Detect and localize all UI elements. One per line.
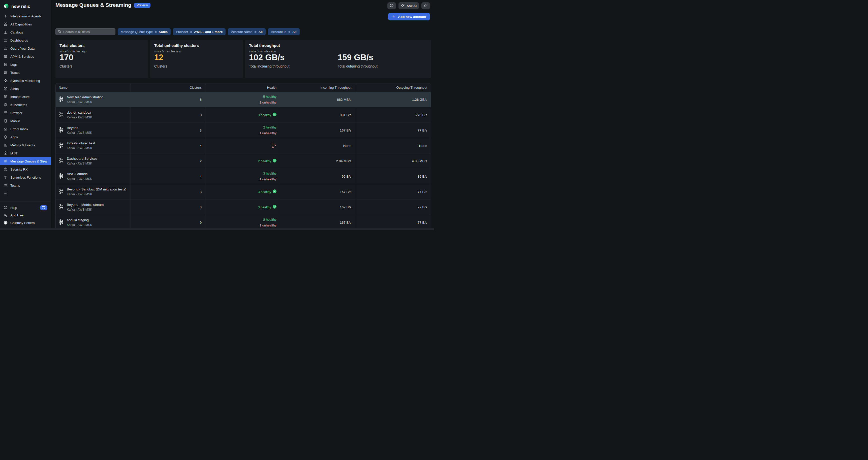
filter-chip-message-queue-type[interactable]: Message Queue Type = Kafka xyxy=(118,28,170,35)
sidebar-item-teams[interactable]: Teams xyxy=(0,182,51,190)
sidebar-item-catalogs[interactable]: Catalogs xyxy=(0,28,51,36)
cluster-provider: Kafka - AWS MSK xyxy=(67,146,95,150)
card-title: Total clusters xyxy=(60,43,144,48)
incoming-throughput: 167 B/s xyxy=(340,129,351,132)
filter-chip-account-id[interactable]: Account Id = All xyxy=(268,28,300,35)
sidebar-item-apps[interactable]: Apps xyxy=(0,133,51,141)
sidebar-item-logs[interactable]: Logs xyxy=(0,61,51,68)
healthy-count: 8 healthy xyxy=(263,218,277,222)
unhealthy-count: 1 unhealthy xyxy=(259,224,277,227)
sidebar-item-browser[interactable]: Browser xyxy=(0,109,51,117)
total-unhealthy-clusters-card: Total unhealthy clusters since 5 minutes… xyxy=(150,40,243,78)
sidebar-item-label: All Capabilities xyxy=(10,23,32,26)
kubernetes-icon xyxy=(3,103,7,107)
sidebar-item-infrastructure[interactable]: Infrastructure xyxy=(0,93,51,101)
sidebar-item-label: Security RX xyxy=(10,167,28,171)
sidebar-item-synthetic-monitoring[interactable]: Synthetic Monitoring xyxy=(0,76,51,85)
help-button[interactable] xyxy=(388,2,396,9)
table-row-aws-lambda[interactable]: AWS LambdaKafka - AWS MSK43 healthy1 unh… xyxy=(56,169,431,184)
sidebar-item-label: Infrastructure xyxy=(10,95,30,99)
outgoing-throughput: 77 B/s xyxy=(417,129,427,132)
table-row-newrelic-administration[interactable]: NewRelic AdministrationKafka - AWS MSK65… xyxy=(56,92,431,107)
sidebar-item-kubernetes[interactable]: Kubernetes xyxy=(0,101,51,109)
clusters-count: 4 xyxy=(199,174,202,178)
sidebar-item-errors-inbox[interactable]: Errors Inbox xyxy=(0,125,51,133)
column-header-outgoing[interactable]: Outgoing Throughput xyxy=(355,84,431,92)
table-row-beyond-sandbox-dm-migration-tests[interactable]: Beyond - Sandbox (DM migration tests)Kaf… xyxy=(56,184,431,199)
sidebar-item-label: Alerts xyxy=(10,87,19,91)
search-input[interactable] xyxy=(63,30,113,34)
horizontal-scrollbar[interactable] xyxy=(0,228,434,230)
filter-chip-provider[interactable]: Provider = AWS... and 1 more xyxy=(173,28,225,35)
health-status: 5 healthy1 unhealthy xyxy=(259,95,277,104)
kafka-icon xyxy=(59,127,64,134)
outgoing-throughput: 77 B/s xyxy=(417,190,427,194)
copy-link-button[interactable] xyxy=(422,2,430,9)
column-header-name[interactable]: Name xyxy=(56,84,130,92)
sidebar-item-apm-services[interactable]: APM & Services xyxy=(0,53,51,61)
total-unhealthy-value: 12 xyxy=(154,53,167,62)
sidebar-item-serverless-functions[interactable]: Serverless Functions xyxy=(0,173,51,182)
sidebar-item-query-your-data[interactable]: Query Your Data xyxy=(0,44,51,53)
column-header-clusters[interactable]: Clusters xyxy=(130,84,205,92)
cluster-name: AWS Lambda xyxy=(67,172,92,176)
healthy-count: 3 healthy xyxy=(258,113,271,117)
add-new-account-button[interactable]: Add new account xyxy=(388,13,430,21)
sidebar-item-all-capabilities[interactable]: All Capabilities xyxy=(0,20,51,28)
cluster-name: Infrastructure: Test xyxy=(67,141,95,145)
bar-chart-icon xyxy=(3,143,7,147)
mobile-icon xyxy=(3,119,7,123)
filter-chip-account-name[interactable]: Account Name = All xyxy=(228,28,266,35)
sidebar-item-more[interactable] xyxy=(0,190,51,197)
search-box[interactable] xyxy=(56,28,116,35)
sparkle-icon xyxy=(401,3,405,8)
table-row-dotnet-sandbox[interactable]: dotnet_sandboxKafka - AWS MSK33 healthy3… xyxy=(56,107,431,123)
cluster-provider: Kafka - AWS MSK xyxy=(67,100,103,104)
sidebar-item-alerts[interactable]: Alerts xyxy=(0,85,51,93)
health-status: 3 healthy xyxy=(258,112,277,117)
incoming-throughput: 167 B/s xyxy=(340,205,351,209)
ellipsis-icon xyxy=(3,192,7,196)
sidebar-item-chinmay-behera[interactable]: Chinmay Behera xyxy=(0,219,51,227)
sidebar-item-iast[interactable]: IAST xyxy=(0,149,51,157)
table-row-beyond[interactable]: BeyondKafka - AWS MSK32 healthy1 unhealt… xyxy=(56,123,431,138)
sidebar-item-security-rx[interactable]: Security RX xyxy=(0,165,51,173)
sidebar-item-add-user[interactable]: Add User xyxy=(0,211,51,219)
table-row-dashboard-services[interactable]: Dashboard ServicesKafka - AWS MSK22 heal… xyxy=(56,154,431,169)
sidebar-item-label: Catalogs xyxy=(10,31,23,34)
sidebar-footer: Help70Add UserChinmay Behera xyxy=(0,201,51,228)
grid-icon xyxy=(3,22,7,26)
top-actions: Ask AI xyxy=(388,2,430,9)
traces-icon xyxy=(3,70,7,74)
incoming-throughput-value: 102 GB/s xyxy=(249,53,289,62)
search-icon xyxy=(58,30,61,34)
clusters-count: 3 xyxy=(199,113,202,117)
unhealthy-count: 1 unhealthy xyxy=(259,131,277,135)
globe-icon xyxy=(3,55,7,59)
plus-icon xyxy=(3,14,7,18)
healthy-count: 5 healthy xyxy=(263,95,277,99)
ask-ai-button[interactable]: Ask AI xyxy=(399,2,419,9)
sidebar-item-label: Browser xyxy=(10,111,23,115)
sidebar-item-label: Chinmay Behera xyxy=(10,221,35,225)
filter-bar: Message Queue Type = Kafka Provider = AW… xyxy=(56,28,300,35)
sidebar-item-integrations-agents[interactable]: Integrations & Agents xyxy=(0,12,51,20)
sidebar-item-dashboards[interactable]: Dashboards xyxy=(0,36,51,44)
column-header-incoming[interactable]: Incoming Throughput xyxy=(280,84,355,92)
sidebar-item-mobile[interactable]: Mobile xyxy=(0,117,51,125)
sidebar-item-label: Dashboards xyxy=(10,38,28,42)
total-unhealthy-label: Clusters xyxy=(154,64,167,68)
sidebar-item-metrics-events[interactable]: Metrics & Events xyxy=(0,141,51,149)
column-header-health[interactable]: Health xyxy=(205,84,280,92)
sidebar-item-help[interactable]: Help70 xyxy=(0,204,51,211)
serverless-icon xyxy=(3,175,7,179)
kafka-icon xyxy=(59,96,64,103)
table-row-beyond-metrics-stream[interactable]: Beyond - Metrics streamKafka - AWS MSK33… xyxy=(56,199,431,215)
summary-cards: Total clusters since 5 minutes ago 170 C… xyxy=(56,40,431,78)
sidebar-item-traces[interactable]: Traces xyxy=(0,68,51,76)
brand-logo[interactable]: new relic xyxy=(0,0,51,12)
sidebar-item-label: Add User xyxy=(10,213,24,217)
sidebar-item-message-queues-strea[interactable]: Message Queues & Strea... xyxy=(0,157,51,165)
sidebar-item-label: Metrics & Events xyxy=(10,143,35,147)
table-row-infrastructure-test[interactable]: Infrastructure: TestKafka - AWS MSK4None… xyxy=(56,138,431,154)
